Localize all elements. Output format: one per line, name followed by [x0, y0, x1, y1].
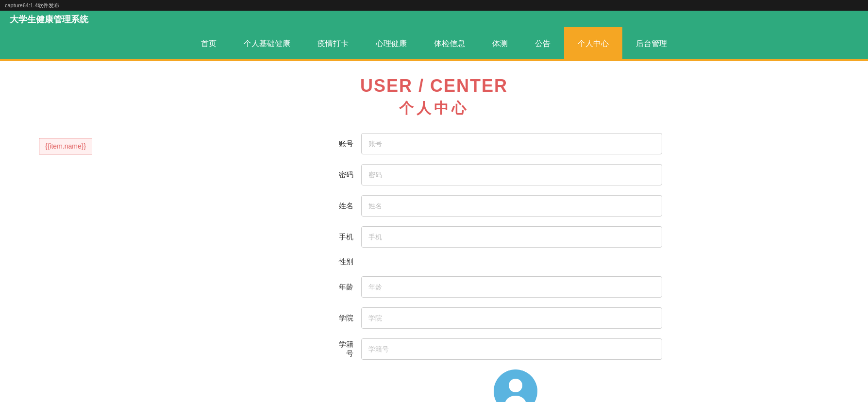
- account-input[interactable]: [361, 133, 662, 154]
- nav-item-admin[interactable]: 后台管理: [622, 27, 681, 60]
- account-row: 账号: [332, 133, 662, 154]
- form-section: 账号 密码 姓名 手机 性别: [332, 133, 662, 402]
- gender-row: 性别: [332, 257, 662, 267]
- template-placeholder: {{item.name}}: [39, 138, 92, 154]
- phone-row: 手机: [332, 226, 662, 248]
- nav-bar: 首页 个人基础健康 疫情打卡 心理健康 体检信息 体测 公告 个人中心 后台管理: [0, 28, 868, 61]
- avatar: [494, 369, 537, 402]
- page-title-zh: 个人中心: [0, 99, 868, 118]
- nav-item-personal-health[interactable]: 个人基础健康: [230, 27, 304, 60]
- student-id-label: 学籍号: [332, 340, 361, 358]
- page-title-section: USER / CENTER 个人中心: [0, 76, 868, 118]
- college-label: 学院: [332, 314, 361, 323]
- nav-item-mental-health[interactable]: 心理健康: [362, 27, 420, 60]
- svg-point-1: [509, 379, 522, 392]
- page-title-en: USER / CENTER: [0, 76, 868, 96]
- student-id-input[interactable]: [361, 338, 662, 360]
- gender-label: 性别: [332, 257, 361, 267]
- password-input[interactable]: [361, 164, 662, 185]
- nav-items: 首页 个人基础健康 疫情打卡 心理健康 体检信息 体测 公告 个人中心 后台管理: [187, 27, 681, 60]
- age-row: 年龄: [332, 276, 662, 298]
- app-title: 大学生健康管理系统: [10, 14, 88, 25]
- age-label: 年龄: [332, 283, 361, 292]
- name-input[interactable]: [361, 195, 662, 217]
- nav-item-user-center[interactable]: 个人中心: [564, 27, 622, 60]
- nav-item-home[interactable]: 首页: [187, 27, 230, 60]
- nav-item-epidemic[interactable]: 疫情打卡: [304, 27, 362, 60]
- name-label: 姓名: [332, 201, 361, 211]
- account-label: 账号: [332, 139, 361, 149]
- avatar-area: 🏠 上传图片: [332, 369, 662, 402]
- phone-input[interactable]: [361, 226, 662, 248]
- title-bar: capture64:1-4软件发布: [0, 0, 868, 11]
- student-id-row: 学籍号: [332, 338, 662, 360]
- nav-item-physical-exam[interactable]: 体检信息: [420, 27, 479, 60]
- password-label: 密码: [332, 170, 361, 180]
- college-row: 学院: [332, 307, 662, 329]
- nav-item-announcement[interactable]: 公告: [521, 27, 564, 60]
- title-bar-text: capture64:1-4软件发布: [5, 2, 59, 9]
- name-row: 姓名: [332, 195, 662, 217]
- app-header: 大学生健康管理系统: [0, 11, 868, 28]
- nav-item-fitness-test[interactable]: 体测: [479, 27, 521, 60]
- avatar-svg: [494, 369, 537, 402]
- age-input[interactable]: [361, 276, 662, 298]
- password-row: 密码: [332, 164, 662, 185]
- page-content: USER / CENTER 个人中心 {{item.name}} 账号 密码 姓…: [0, 61, 868, 402]
- phone-label: 手机: [332, 233, 361, 242]
- main-area: {{item.name}} 账号 密码 姓名 手机: [0, 133, 868, 402]
- left-sidebar: {{item.name}}: [39, 133, 146, 402]
- college-input[interactable]: [361, 307, 662, 329]
